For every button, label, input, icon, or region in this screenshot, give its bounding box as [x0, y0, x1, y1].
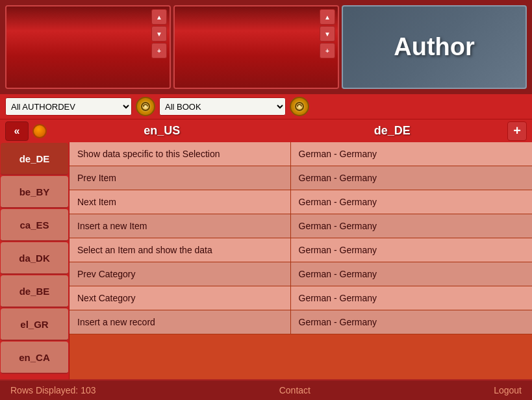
cell-en: Prev Item [70, 166, 290, 190]
table-row: Insert a new ItemGerman - Germany [70, 214, 532, 238]
scroll-up-btn-2[interactable]: ▲ [320, 9, 335, 25]
book-reset-btn[interactable] [290, 97, 309, 116]
image-controls-2: ▲ ▼ + [320, 9, 335, 85]
locale-right: de_DE [277, 124, 508, 138]
image-controls-1: ▲ ▼ + [151, 9, 167, 85]
svg-point-0 [142, 103, 149, 110]
cell-de: German - Germany [290, 142, 532, 166]
add-btn-1[interactable]: + [151, 43, 167, 58]
data-table-wrap: Show data specific to this SelectionGerm… [70, 142, 532, 379]
filter-bar: All AUTHORDEV All BOOK [0, 94, 532, 119]
locale-list-item[interactable]: da_DK [1, 242, 68, 275]
rows-displayed: Rows Displayed: 103 [10, 385, 96, 395]
contact-link[interactable]: Contact [279, 385, 310, 395]
table-row: Prev ItemGerman - Germany [70, 166, 532, 190]
locale-back-btn[interactable]: « [5, 121, 29, 141]
image-2 [175, 6, 338, 88]
cell-en: Insert a new Item [70, 214, 290, 238]
cell-de: German - Germany [290, 286, 532, 310]
locale-add-btn[interactable]: + [507, 121, 527, 141]
locale-list-item[interactable]: ca_ES [1, 209, 68, 242]
author-filter-select[interactable]: All AUTHORDEV [5, 97, 132, 116]
table-row: Next ItemGerman - Germany [70, 190, 532, 214]
footer: Rows Displayed: 103 Contact Logout [0, 379, 532, 400]
cell-en: Next Category [70, 286, 290, 310]
scroll-down-btn-1[interactable]: ▼ [151, 26, 167, 42]
top-bar: ▲ ▼ + ▲ ▼ + Author [0, 0, 532, 94]
locale-list-item[interactable]: el_GR [1, 308, 68, 341]
locale-left: en_US [47, 124, 277, 138]
locale-bar: « en_US de_DE + [0, 119, 532, 142]
table-row: Select an Item and show the dataGerman -… [70, 238, 532, 262]
author-title: Author [394, 33, 475, 61]
cell-de: German - Germany [290, 238, 532, 262]
cell-de: German - Germany [290, 190, 532, 214]
cell-en: Show data specific to this Selection [70, 142, 290, 166]
cell-en: Next Item [70, 190, 290, 214]
svg-point-2 [296, 103, 303, 110]
image-panel-2: ▲ ▼ + [173, 5, 339, 89]
locale-list-item[interactable]: de_BE [1, 275, 68, 308]
scroll-up-btn-1[interactable]: ▲ [151, 9, 167, 25]
book-filter-select[interactable]: All BOOK [159, 97, 286, 116]
scroll-down-btn-2[interactable]: ▼ [320, 26, 335, 42]
cell-de: German - Germany [290, 214, 532, 238]
locale-list-sidebar: de_DEbe_BYca_ESda_DKde_BEel_GRen_CA [0, 142, 70, 379]
table-row: Show data specific to this SelectionGerm… [70, 142, 532, 166]
tag-icon[interactable] [32, 124, 47, 138]
table-row: Insert a new recordGerman - Germany [70, 310, 532, 334]
data-table: Show data specific to this SelectionGerm… [70, 142, 532, 334]
cell-de: German - Germany [290, 262, 532, 286]
cell-en: Prev Category [70, 262, 290, 286]
locale-list-item[interactable]: en_CA [1, 342, 68, 374]
locale-list-item[interactable]: de_DE [1, 143, 68, 175]
image-1 [6, 6, 170, 88]
author-panel: Author [342, 5, 527, 89]
add-btn-2[interactable]: + [320, 43, 335, 58]
cell-de: German - Germany [290, 310, 532, 334]
cell-en: Insert a new record [70, 310, 290, 334]
cell-de: German - Germany [290, 166, 532, 190]
cell-en: Select an Item and show the data [70, 238, 290, 262]
main-content: de_DEbe_BYca_ESda_DKde_BEel_GRen_CA Show… [0, 142, 532, 379]
author-reset-btn[interactable] [136, 97, 155, 116]
table-row: Next CategoryGerman - Germany [70, 286, 532, 310]
locale-list-item[interactable]: be_BY [1, 176, 68, 208]
table-row: Prev CategoryGerman - Germany [70, 262, 532, 286]
logout-link[interactable]: Logout [494, 385, 522, 395]
image-panel-1: ▲ ▼ + [5, 5, 171, 89]
